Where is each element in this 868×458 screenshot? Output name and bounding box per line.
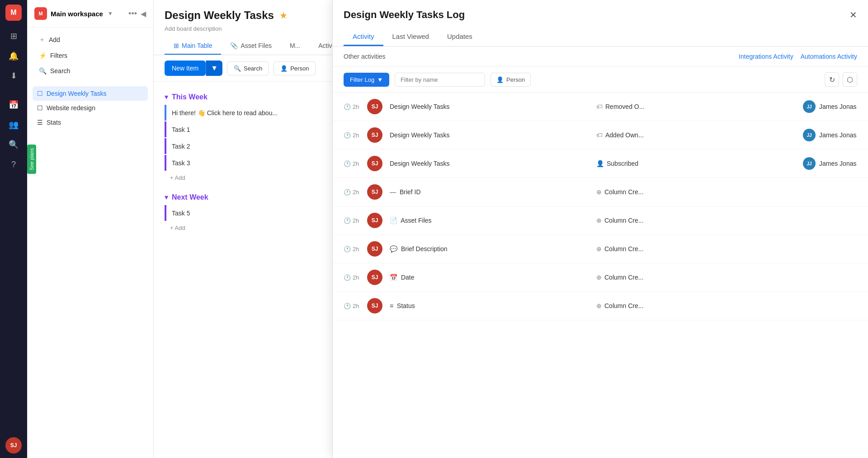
log-modal: Design Weekly Tasks Log ✕ Activity Last … [332,0,868,458]
person-filter-button[interactable]: 👤 Person [491,73,531,87]
this-week-collapse-arrow[interactable]: ▾ [165,93,168,101]
column-create-icon: ⊕ [596,274,602,281]
sidebar-item-design-weekly[interactable]: ☐ Design Weekly Tasks [33,86,148,101]
user-avatar: JJ [803,129,816,141]
activity-avatar: SJ [367,298,382,313]
activity-time: 🕐 2h [344,132,360,139]
star-icon[interactable]: ★ [279,10,288,21]
collapse-sidebar-icon[interactable]: ◀ [141,9,146,18]
activity-row: 🕐 2h SJ Design Weekly Tasks 👤 Subscribed… [333,150,868,178]
activity-row: 🕐 2h SJ 📄 Asset Files ⊕ Column Cre... [333,206,868,235]
filter-icon: ⚡ [39,52,47,59]
activity-time: 🕐 2h [344,217,360,224]
search-sidebar-icon: 🔍 [39,67,47,75]
activity-avatar: SJ [367,213,382,228]
person-filter-button[interactable]: 👤 Person [274,61,316,75]
board-icon: 📄 [390,217,397,224]
search-toolbar-icon: 🔍 [234,65,241,72]
tab-last-viewed[interactable]: Last Viewed [383,28,438,46]
action-person-icon: 👤 [596,160,604,167]
sidebar-search-button[interactable]: 🔍 Search [34,64,146,78]
other-activities-label: Other activities [344,53,386,60]
activity-action: ⊕ Column Cre... [596,217,796,224]
action-icon: 🏷 [596,103,603,110]
modal-body: Other activities Integrations Activity A… [333,47,868,458]
workspace-name: Main workspace [51,10,103,18]
sidebar-item-label-design: Design Weekly Tasks [47,90,107,97]
search-sidebar-label: Search [50,67,70,75]
sidebar-item-label-stats: Stats [47,119,61,126]
people-icon[interactable]: 👥 [5,117,22,133]
help-icon[interactable]: ? [5,156,22,173]
search-icon[interactable]: 🔍 [5,136,22,153]
home-icon[interactable]: ⊞ [5,28,22,44]
board-title: Design Weekly Tasks [165,9,274,22]
this-week-title: This Week [172,93,208,101]
board-icon: 💬 [390,245,397,252]
activity-row: 🕐 2h SJ 💬 Brief Description ⊕ Column Cre… [333,235,868,263]
activity-toolbar-icons: ↻ ⬡ [825,72,857,87]
sidebar-add-button[interactable]: ＋ Add [34,32,146,47]
asset-files-icon: 📎 [230,42,238,49]
activity-action: 🏷 Removed O... [596,103,796,110]
task-label: Task 5 [172,210,190,217]
calendar-icon[interactable]: 📅 [5,97,22,113]
activity-avatar: SJ [367,99,382,114]
activity-time: 🕐 2h [344,303,360,309]
column-create-icon: ⊕ [596,217,602,224]
activity-avatar: SJ [367,270,382,285]
activity-time: 🕐 2h [344,189,360,196]
activity-time: 🕐 2h [344,103,360,110]
column-create-icon: ⊕ [596,188,602,196]
sidebar-item-stats[interactable]: ☰ Stats [33,115,148,130]
tab-main-table[interactable]: ⊞ Main Table [165,37,221,55]
activity-board-name: Design Weekly Tasks [390,160,589,167]
user-avatar: JJ [803,157,816,170]
workspace-icon: M [34,7,47,20]
tab-asset-files[interactable]: 📎 Asset Files [221,37,280,55]
sidebar-nav: ☐ Design Weekly Tasks ☐ Website redesign… [27,83,153,458]
activity-action: ⊕ Column Cre... [596,274,796,281]
search-toolbar-button[interactable]: 🔍 Search [227,61,269,75]
app-logo[interactable]: M [5,5,22,21]
filter-by-name-input[interactable] [395,73,485,87]
integrations-activity-link[interactable]: Integrations Activity [739,53,793,60]
tab-more[interactable]: M... [281,37,309,55]
column-create-icon: ⊕ [596,302,602,309]
download-icon[interactable]: ⬇ [5,68,22,84]
activity-row: 🕐 2h SJ ≡ Status ⊕ Column Cre... [333,292,868,320]
modal-tabs: Activity Last Viewed Updates [344,28,857,46]
export-icon[interactable]: ⬡ [843,72,857,87]
tab-activity-modal[interactable]: Activity [344,28,383,46]
sidebar-filters-button[interactable]: ⚡ Filters [34,48,146,63]
board-icon: — [390,188,396,196]
activity-row: 🕐 2h SJ Design Weekly Tasks 🏷 Added Own.… [333,121,868,150]
activity-controls: Filter Log ▼ 👤 Person ↻ ⬡ [333,67,868,93]
activity-board-name: 📄 Asset Files [390,217,589,224]
new-item-button[interactable]: New Item [165,61,206,76]
workspace-menu-dots[interactable]: ••• [128,9,137,19]
see-plans-banner[interactable]: See plans [27,145,36,174]
activity-action: ⊕ Column Cre... [596,188,796,196]
filter-log-chevron: ▼ [377,76,383,83]
next-week-title: Next Week [172,193,208,201]
activity-user: JJ James Jonas [803,129,857,141]
activity-links: Integrations Activity Automations Activi… [739,53,857,60]
user-avatar-small[interactable]: SJ [5,437,22,453]
activity-time: 🕐 2h [344,274,360,281]
bell-icon[interactable]: 🔔 [5,48,22,64]
tab-updates[interactable]: Updates [438,28,481,46]
board-icon-design: ☐ [37,90,43,97]
sidebar-item-website-redesign[interactable]: ☐ Website redesign [33,101,148,115]
refresh-icon[interactable]: ↻ [825,72,839,87]
modal-close-button[interactable]: ✕ [849,9,857,20]
workspace-selector[interactable]: M Main workspace ▼ [34,7,113,20]
next-week-collapse-arrow[interactable]: ▾ [165,193,168,201]
task-label: Task 1 [172,126,190,133]
workspace-chevron[interactable]: ▼ [108,10,113,17]
filter-log-button[interactable]: Filter Log ▼ [344,73,389,87]
board-icon-stats: ☰ [37,119,43,126]
automations-activity-link[interactable]: Automations Activity [801,53,857,60]
new-item-dropdown-arrow[interactable]: ▼ [206,61,222,76]
board-icon-website: ☐ [37,104,43,112]
